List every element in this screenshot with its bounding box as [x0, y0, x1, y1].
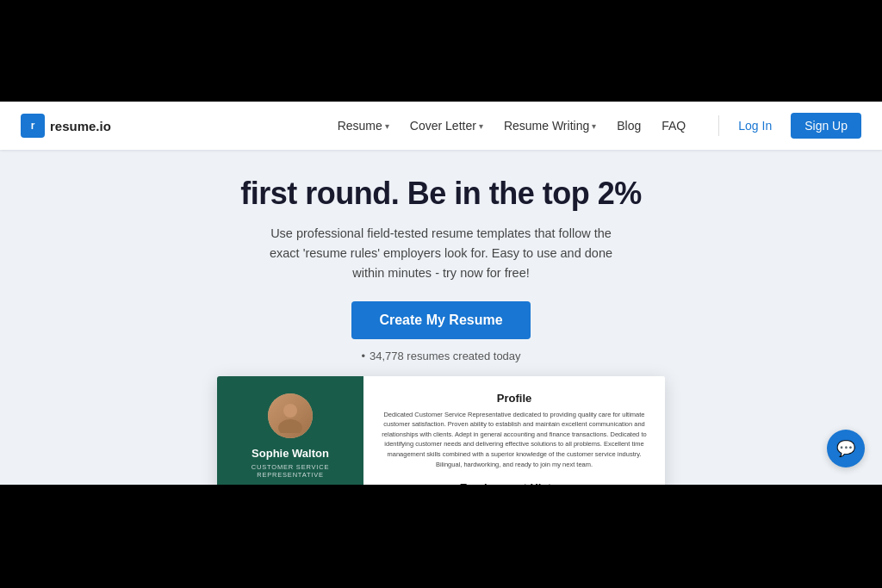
resume-right-panel: Profile Dedicated Customer Service Repre… — [363, 376, 665, 485]
chevron-down-icon: ▾ — [592, 121, 596, 131]
navbar: r resume.io Resume ▾ Cover Letter ▾ Resu… — [0, 102, 882, 150]
nav-cover-letter[interactable]: Cover Letter ▾ — [401, 114, 492, 138]
resume-preview-area: Sophie Walton CUSTOMER SERVICE REPRESENT… — [17, 376, 865, 485]
nav-divider — [718, 115, 719, 136]
hero-subtitle: Use professional field-tested resume tem… — [256, 224, 626, 284]
create-resume-button[interactable]: Create My Resume — [351, 301, 530, 339]
profile-text: Dedicated Customer Service Representativ… — [377, 410, 651, 470]
browser-chrome-bottom — [0, 485, 882, 588]
svg-point-1 — [278, 419, 302, 433]
nav-links: Resume ▾ Cover Letter ▾ Resume Writing ▾… — [329, 114, 695, 138]
profile-section-title: Profile — [377, 392, 651, 405]
chevron-down-icon: ▾ — [385, 121, 389, 131]
resume-left-panel: Sophie Walton CUSTOMER SERVICE REPRESENT… — [217, 376, 363, 485]
resume-person-name: Sophie Walton — [229, 447, 351, 460]
hero-title: first round. Be in the top 2% — [17, 176, 865, 212]
resume-card: Sophie Walton CUSTOMER SERVICE REPRESENT… — [217, 376, 665, 485]
logo-icon: r — [21, 114, 45, 138]
logo[interactable]: r resume.io — [21, 114, 111, 138]
login-button[interactable]: Log In — [726, 114, 784, 138]
nav-blog[interactable]: Blog — [608, 114, 649, 138]
svg-point-0 — [283, 404, 297, 418]
avatar-image — [268, 393, 313, 438]
signup-button[interactable]: Sign Up — [791, 113, 861, 139]
avatar — [268, 393, 313, 438]
browser-content: r resume.io Resume ▾ Cover Letter ▾ Resu… — [0, 102, 882, 485]
nav-auth: Log In Sign Up — [726, 113, 861, 139]
chevron-down-icon: ▾ — [479, 121, 483, 131]
nav-resume[interactable]: Resume ▾ — [329, 114, 398, 138]
chat-icon: 💬 — [836, 439, 855, 458]
resumes-count: 34,778 resumes created today — [17, 350, 865, 362]
resume-person-title: CUSTOMER SERVICE REPRESENTATIVE — [229, 463, 351, 479]
logo-text: resume.io — [50, 119, 111, 133]
nav-faq[interactable]: FAQ — [653, 114, 694, 138]
hero-section: first round. Be in the top 2% Use profes… — [0, 150, 882, 485]
browser-chrome-top — [0, 0, 882, 102]
chat-button[interactable]: 💬 — [827, 430, 865, 467]
nav-resume-writing[interactable]: Resume Writing ▾ — [495, 114, 605, 138]
